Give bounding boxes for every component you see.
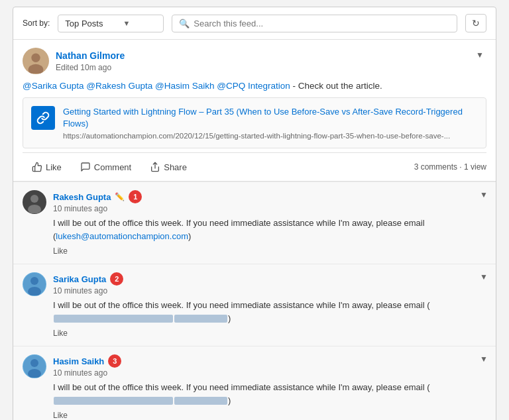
comment-2-redacted-link: [54, 315, 173, 323]
comment-1: Rakesh Gupta ✏️ 1 10 minutes ago I will …: [13, 182, 496, 264]
comment-3-content: Hasim Saikh 3 10 minutes ago I will be o…: [53, 354, 486, 420]
mention-cpq[interactable]: @CPQ Integration: [217, 81, 290, 91]
chevron-down-icon: ▼: [123, 19, 130, 27]
post-time: Edited 10m ago: [56, 63, 125, 72]
link-preview: Getting Started with Lightning Flow – Pa…: [23, 97, 486, 148]
comment-1-link[interactable]: lukesh@automationchampion.com: [56, 231, 188, 241]
post-body: @Sarika Gupta @Rakesh Gupta @Hasim Saikh…: [23, 81, 486, 91]
comment-3-redacted-link-2: [174, 397, 227, 405]
comment-1-author-row: Rakesh Gupta ✏️ 1: [53, 190, 486, 203]
post-author-details: Nathan Gilmore Edited 10m ago: [56, 50, 125, 72]
link-title[interactable]: Getting Started with Lightning Flow – Pa…: [63, 106, 478, 130]
like-label: Like: [46, 162, 62, 172]
post-stats: 3 comments · 1 view: [414, 162, 486, 172]
comment-1-like[interactable]: Like: [53, 246, 486, 256]
sort-dropdown[interactable]: Top Posts ▼: [58, 15, 164, 32]
comment-3-redacted-link: [54, 397, 173, 405]
post-options-icon[interactable]: ▼: [473, 48, 486, 62]
comment-2-time: 10 minutes ago: [53, 286, 486, 295]
share-label: Share: [164, 162, 187, 172]
comment-2: Sarika Gupta 2 10 minutes ago I will be …: [13, 264, 496, 346]
svg-point-5: [30, 195, 38, 203]
comment-3: Hasim Saikh 3 10 minutes ago I will be o…: [13, 346, 496, 420]
comment-1-text: I will be out of the office this week. I…: [53, 217, 486, 242]
comment-button[interactable]: Comment: [71, 158, 141, 176]
link-text: Getting Started with Lightning Flow – Pa…: [63, 106, 478, 140]
post-section: Nathan Gilmore Edited 10m ago ▼ @Sarika …: [13, 40, 496, 182]
comment-3-dropdown[interactable]: ▼: [480, 354, 488, 364]
comment-3-text: I will be out of the office this week. I…: [53, 381, 486, 407]
post-body-text: - Check out the article.: [293, 81, 382, 91]
mention-hasim[interactable]: @Hasim Saikh: [155, 81, 214, 91]
refresh-button[interactable]: ↻: [465, 14, 486, 32]
comment-2-text: I will be out of the office this week. I…: [53, 299, 486, 325]
author-name[interactable]: Nathan Gilmore: [56, 50, 125, 61]
comment-3-time: 10 minutes ago: [53, 368, 486, 378]
comment-3-author-row: Hasim Saikh 3: [53, 354, 486, 368]
avatar-sarika: [23, 272, 46, 296]
comment-2-like[interactable]: Like: [53, 329, 486, 338]
search-input[interactable]: [194, 19, 450, 28]
link-icon: [31, 106, 55, 130]
svg-point-11: [30, 359, 38, 367]
sort-value: Top Posts: [65, 19, 103, 28]
mention-rakesh[interactable]: @Rakesh Gupta: [86, 81, 152, 91]
comment-3-author[interactable]: Hasim Saikh: [53, 356, 104, 366]
svg-point-8: [30, 277, 38, 285]
post-header: Nathan Gilmore Edited 10m ago ▼: [23, 48, 486, 74]
avatar: [23, 48, 49, 74]
comment-3-like[interactable]: Like: [53, 411, 486, 420]
search-icon: 🔍: [179, 19, 190, 28]
like-button[interactable]: Like: [23, 158, 71, 176]
badge-2: 2: [110, 272, 123, 286]
badge-1: 1: [129, 190, 142, 203]
svg-point-1: [31, 54, 40, 62]
comment-1-author[interactable]: Rakesh Gupta: [53, 192, 111, 202]
avatar-hasim: [23, 354, 46, 378]
comment-1-content: Rakesh Gupta ✏️ 1 10 minutes ago I will …: [53, 190, 486, 256]
sort-label: Sort by:: [23, 19, 50, 28]
avatar-rakesh: [23, 190, 46, 214]
comment-1-time: 10 minutes ago: [53, 204, 486, 213]
comment-1-dropdown[interactable]: ▼: [480, 190, 488, 199]
badge-3: 3: [108, 354, 121, 368]
feed-container: Sort by: Top Posts ▼ 🔍 ↻ Natha: [13, 7, 496, 420]
comment-2-author-row: Sarika Gupta 2: [53, 272, 486, 286]
comment-label: Comment: [94, 162, 131, 172]
link-url: https://automationchampion.com/2020/12/1…: [63, 132, 478, 140]
action-bar: Like Comment Share 3 comments · 1 view: [23, 152, 486, 181]
comment-2-content: Sarika Gupta 2 10 minutes ago I will be …: [53, 272, 486, 338]
comment-2-redacted-link-2: [174, 315, 227, 323]
search-bar: 🔍: [172, 15, 457, 32]
comment-2-author[interactable]: Sarika Gupta: [53, 274, 106, 284]
mention-sarika[interactable]: @Sarika Gupta: [23, 81, 84, 91]
share-button[interactable]: Share: [141, 158, 196, 176]
post-author-info: Nathan Gilmore Edited 10m ago: [23, 48, 125, 74]
comment-2-dropdown[interactable]: ▼: [480, 272, 488, 282]
edit-icon: ✏️: [115, 192, 125, 201]
top-bar: Sort by: Top Posts ▼ 🔍 ↻: [13, 7, 496, 40]
